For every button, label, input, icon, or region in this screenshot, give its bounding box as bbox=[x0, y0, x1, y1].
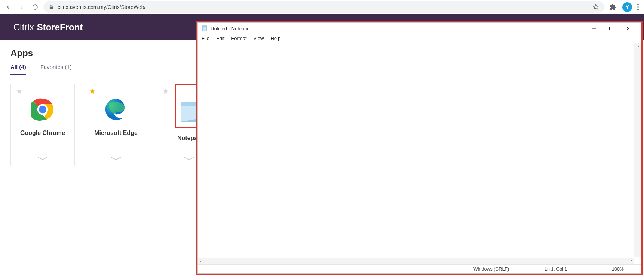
scroll-down-icon[interactable] bbox=[634, 251, 641, 257]
chevron-down-icon[interactable] bbox=[37, 156, 49, 161]
text-caret bbox=[200, 44, 200, 50]
favorite-star-icon[interactable] bbox=[15, 88, 23, 95]
notepad-titlebar[interactable]: Untitled - Notepad bbox=[198, 23, 641, 34]
notepad-window: Untitled - Notepad File Edit Format View… bbox=[197, 22, 641, 274]
menu-file[interactable]: File bbox=[202, 36, 209, 41]
menu-help[interactable]: Help bbox=[270, 36, 280, 41]
profile-avatar[interactable]: Y bbox=[622, 2, 632, 12]
notepad-statusbar: Windows (CRLF) Ln 1, Col 1 100% bbox=[198, 264, 641, 273]
tab-all[interactable]: All (4) bbox=[10, 64, 26, 75]
app-name: Microsoft Edge bbox=[94, 130, 138, 136]
menu-edit[interactable]: Edit bbox=[216, 36, 224, 41]
menu-format[interactable]: Format bbox=[231, 36, 246, 41]
reload-button[interactable] bbox=[30, 2, 40, 12]
chevron-down-icon[interactable] bbox=[183, 156, 195, 161]
svg-rect-8 bbox=[610, 27, 613, 30]
browser-toolbar: citrix.aventis.com.my/Citrix/StoreWeb/ Y bbox=[0, 0, 644, 14]
chrome-icon bbox=[31, 97, 55, 121]
chevron-down-icon[interactable] bbox=[110, 156, 122, 161]
edge-icon bbox=[104, 97, 128, 121]
notepad-icon bbox=[202, 25, 208, 31]
chrome-menu-icon[interactable] bbox=[637, 4, 639, 10]
favorite-star-icon[interactable] bbox=[162, 88, 169, 95]
status-encoding: Windows (CRLF) bbox=[469, 265, 540, 273]
notepad-title: Untitled - Notepad bbox=[211, 26, 250, 31]
svg-rect-6 bbox=[202, 26, 207, 27]
svg-point-2 bbox=[39, 106, 46, 113]
minimize-button[interactable] bbox=[585, 23, 602, 34]
horizontal-scrollbar[interactable] bbox=[198, 258, 634, 264]
status-zoom: 100% bbox=[607, 265, 641, 273]
scroll-right-icon[interactable] bbox=[628, 258, 634, 264]
app-card-edge[interactable]: Microsoft Edge bbox=[84, 84, 148, 166]
favorite-star-icon[interactable] bbox=[89, 88, 96, 95]
app-name: Google Chrome bbox=[20, 130, 65, 136]
lock-icon bbox=[49, 4, 54, 10]
back-button[interactable] bbox=[3, 2, 13, 12]
scroll-up-icon[interactable] bbox=[634, 43, 641, 49]
forward-button[interactable] bbox=[16, 2, 27, 12]
menu-view[interactable]: View bbox=[254, 36, 264, 41]
status-position: Ln 1, Col 1 bbox=[540, 265, 607, 273]
svg-rect-4 bbox=[181, 102, 197, 106]
app-card-chrome[interactable]: Google Chrome bbox=[10, 84, 75, 166]
tab-favorites[interactable]: Favorites (1) bbox=[40, 64, 72, 75]
brand-light: Citrix bbox=[13, 22, 34, 33]
maximize-button[interactable] bbox=[602, 23, 620, 34]
star-icon[interactable] bbox=[592, 4, 599, 10]
url-text: citrix.aventis.com.my/Citrix/StoreWeb/ bbox=[58, 4, 145, 10]
brand-bold: StoreFront bbox=[37, 22, 83, 33]
vertical-scrollbar[interactable] bbox=[634, 43, 641, 257]
notepad-text-area[interactable] bbox=[198, 43, 641, 264]
extensions-icon[interactable] bbox=[610, 3, 617, 11]
address-bar[interactable]: citrix.aventis.com.my/Citrix/StoreWeb/ bbox=[43, 1, 604, 13]
notepad-menubar: File Edit Format View Help bbox=[198, 34, 641, 43]
scroll-left-icon[interactable] bbox=[198, 258, 204, 264]
status-spacer bbox=[198, 265, 469, 273]
close-button[interactable] bbox=[620, 23, 637, 34]
